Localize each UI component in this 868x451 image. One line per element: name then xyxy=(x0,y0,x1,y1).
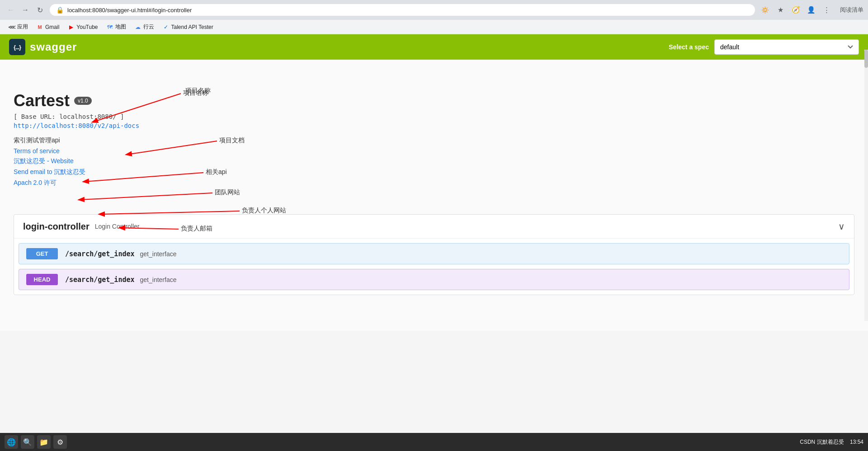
swagger-logo: {...} swagger xyxy=(9,39,77,55)
annotation-project-name: 项目名称 xyxy=(185,87,211,95)
maps-icon: 🗺 xyxy=(106,23,113,31)
endpoint-path-get: /search/get_index xyxy=(65,250,135,258)
svg-line-6 xyxy=(79,193,212,200)
lock-icon: 🔒 xyxy=(56,6,64,14)
swagger-header: {...} swagger Select a spec default xyxy=(0,34,868,60)
nav-buttons: ← → ↻ xyxy=(5,4,46,16)
address-bar[interactable]: 🔒 localhost:8080/swagger-ui.html#/login-… xyxy=(50,4,755,16)
controller-description: Login Controller xyxy=(95,223,140,230)
bookmark-youtube[interactable]: ▶ YouTube xyxy=(64,22,101,32)
endpoint-path-head: /search/get_index xyxy=(65,276,135,284)
cloud-icon: ☁ xyxy=(134,23,142,31)
url-text: localhost:8080/swagger-ui.html#/login-co… xyxy=(67,7,749,14)
svg-line-8 xyxy=(99,211,240,214)
project-title-area: Cartest v1.0 [ Base URL: localhost:8080/… xyxy=(14,91,854,129)
bookmark-cloud-label: 行云 xyxy=(143,23,154,31)
endpoint-desc-get: get_interface xyxy=(140,250,177,258)
annotation-wrapper: 项目名称 项目名称 项目文档 相关api 团队网站 负责人个人网站 负责人邮箱 xyxy=(14,91,854,187)
license-link[interactable]: Apach 2.0 许可 xyxy=(14,179,57,186)
svg-text:团队网站: 团队网站 xyxy=(215,188,240,196)
bookmark-gmail[interactable]: M Gmail xyxy=(33,22,63,32)
project-name-row: Cartest v1.0 xyxy=(14,91,854,110)
base-url: [ Base URL: localhost:8080/ ] xyxy=(14,113,854,120)
controller-title: login-controller Login Controller xyxy=(23,221,140,232)
browser-chrome: ← → ↻ 🔒 localhost:8080/swagger-ui.html#/… xyxy=(0,0,868,34)
endpoint-desc-head: get_interface xyxy=(140,276,177,283)
reader-mode[interactable]: 阅读清单 xyxy=(840,6,863,14)
bookmark-talend[interactable]: ✓ Talend API Tester xyxy=(159,22,217,32)
version-badge: v1.0 xyxy=(74,97,92,105)
profile-button[interactable]: 👤 xyxy=(805,4,817,16)
talend-icon: ✓ xyxy=(162,23,170,31)
swagger-logo-icon: {...} xyxy=(9,39,25,55)
svg-text:负责人个人网站: 负责人个人网站 xyxy=(242,207,286,214)
controller-name: login-controller xyxy=(23,221,90,232)
bookmark-youtube-label: YouTube xyxy=(76,24,98,30)
extensions-button[interactable]: 🧭 xyxy=(789,4,802,16)
spec-selector: Select a spec default xyxy=(669,39,859,55)
select-spec-label: Select a spec xyxy=(669,43,709,51)
scrollbar-thumb[interactable] xyxy=(864,50,868,68)
endpoint-row-get[interactable]: GET /search/get_index get_interface xyxy=(19,243,849,264)
browser-actions: 🔅 ★ 🧭 👤 ⋮ 阅读清单 xyxy=(759,4,863,16)
api-docs-link[interactable]: http://localhost:8080/v2/api-docs xyxy=(14,122,139,129)
bookmark-button[interactable]: ★ xyxy=(774,4,787,16)
browser-titlebar: ← → ↻ 🔒 localhost:8080/swagger-ui.html#/… xyxy=(0,0,868,20)
bookmarks-bar: ⋘ 应用 M Gmail ▶ YouTube 🗺 地图 ☁ 行云 ✓ Talen… xyxy=(0,20,868,34)
bookmark-cloud[interactable]: ☁ 行云 xyxy=(131,22,158,32)
reload-button[interactable]: ↻ xyxy=(33,4,46,16)
bookmark-talend-label: Talend API Tester xyxy=(171,24,213,30)
bookmark-gmail-label: Gmail xyxy=(45,24,59,30)
back-button[interactable]: ← xyxy=(5,4,17,16)
website-link[interactable]: 沉默这忍受 - Website xyxy=(14,157,74,164)
project-meta: 索引测试管理api Terms of service 沉默这忍受 - Websi… xyxy=(14,136,854,187)
scrollbar[interactable] xyxy=(864,50,868,321)
swagger-logo-text: swagger xyxy=(30,41,77,53)
bookmark-apps-label: 应用 xyxy=(17,23,28,31)
controller-header[interactable]: login-controller Login Controller ∨ xyxy=(14,215,854,239)
api-category: 索引测试管理api xyxy=(14,136,854,145)
chevron-down-icon: ∨ xyxy=(838,221,845,232)
menu-button[interactable]: ⋮ xyxy=(820,4,833,16)
forward-button[interactable]: → xyxy=(19,4,32,16)
email-link[interactable]: Send email to 沉默这忍受 xyxy=(14,168,86,175)
apps-icon: ⋘ xyxy=(8,23,15,31)
bookmark-maps-label: 地图 xyxy=(115,23,126,31)
endpoint-row-head[interactable]: HEAD /search/get_index get_interface xyxy=(19,269,849,290)
youtube-icon: ▶ xyxy=(67,23,75,31)
gmail-icon: M xyxy=(36,23,43,31)
project-name-text: Cartest xyxy=(14,91,70,110)
swagger-symbol: {...} xyxy=(14,44,21,51)
bookmark-maps[interactable]: 🗺 地图 xyxy=(103,22,130,32)
method-badge-head: HEAD xyxy=(26,274,58,285)
controller-section: login-controller Login Controller ∨ GET … xyxy=(14,214,854,295)
spec-dropdown[interactable]: default xyxy=(714,39,859,55)
main-content: 项目名称 项目名称 项目文档 相关api 团队网站 负责人个人网站 负责人邮箱 xyxy=(0,60,868,331)
method-badge-get: GET xyxy=(26,248,58,259)
terms-of-service-link[interactable]: Terms of service xyxy=(14,147,60,155)
bookmark-apps[interactable]: ⋘ 应用 xyxy=(5,22,32,32)
translate-button[interactable]: 🔅 xyxy=(759,4,771,16)
